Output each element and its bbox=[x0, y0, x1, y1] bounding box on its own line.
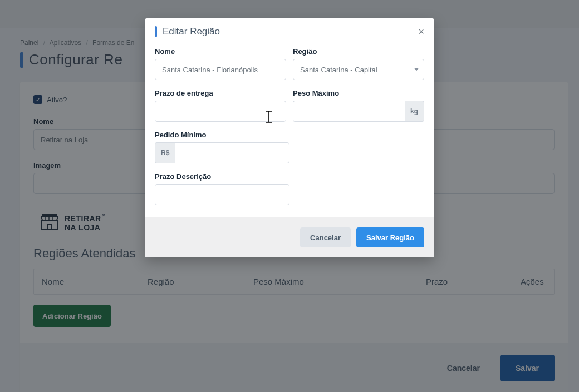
modal-peso-label: Peso Máximo bbox=[293, 89, 424, 97]
modal-regiao-label: Região bbox=[293, 47, 424, 56]
modal-accent-bar bbox=[155, 26, 157, 37]
edit-region-modal: Editar Região × Nome Região bbox=[145, 18, 434, 257]
modal-prazo-label: Prazo de entrega bbox=[155, 89, 286, 97]
modal-pedido-min-label: Pedido Mínimo bbox=[155, 131, 290, 139]
modal-nome-label: Nome bbox=[155, 47, 286, 56]
modal-header: Editar Região × bbox=[145, 18, 434, 43]
modal-prazo-desc-label: Prazo Descrição bbox=[155, 172, 290, 181]
modal-prazo-input[interactable] bbox=[155, 101, 286, 122]
modal-prazo-desc-input[interactable] bbox=[155, 184, 290, 205]
modal-nome-input[interactable] bbox=[155, 59, 286, 80]
modal-pedido-min-input[interactable] bbox=[175, 142, 290, 163]
modal-peso-input[interactable] bbox=[293, 101, 405, 122]
modal-cancel-button[interactable]: Cancelar bbox=[300, 227, 351, 247]
modal-footer: Cancelar Salvar Região bbox=[145, 217, 434, 257]
modal-save-button[interactable]: Salvar Região bbox=[356, 227, 424, 247]
modal-regiao-select[interactable] bbox=[293, 59, 424, 80]
close-icon[interactable]: × bbox=[418, 27, 424, 37]
modal-title: Editar Região bbox=[163, 26, 220, 37]
modal-body: Nome Região Prazo de entrega Pe bbox=[145, 43, 434, 217]
modal-overlay[interactable]: Editar Região × Nome Região bbox=[0, 0, 579, 392]
chevron-down-icon bbox=[414, 68, 419, 71]
rs-addon: R$ bbox=[155, 142, 175, 163]
kg-addon: kg bbox=[405, 101, 424, 122]
